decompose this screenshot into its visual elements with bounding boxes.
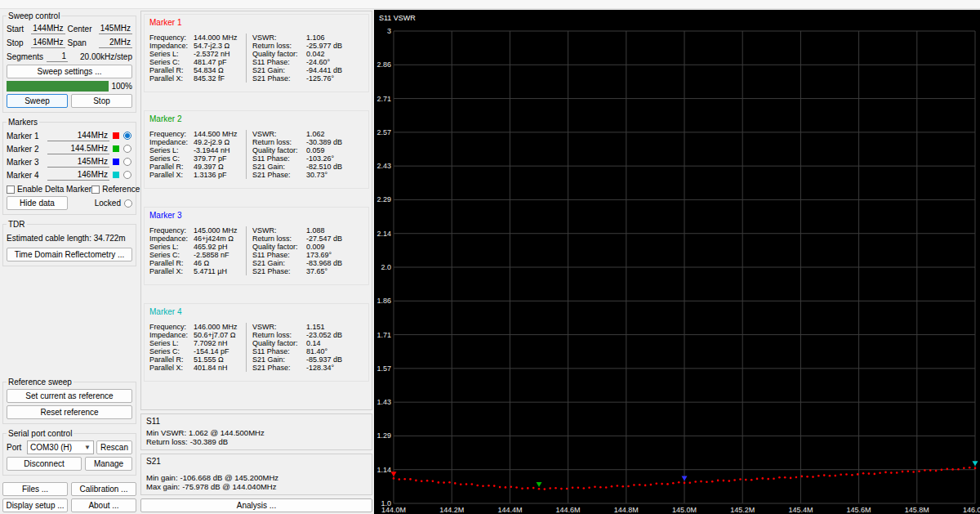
field-row: Parallel R:49.397 Ω: [149, 163, 246, 171]
field-label: Impedance:: [149, 235, 194, 243]
field-row: S21 Phase:-125.76°: [252, 74, 363, 83]
field-value: 51.555 Ω: [194, 355, 224, 364]
field-row: Impedance:46+j424m Ω: [149, 235, 246, 243]
rescan-button[interactable]: Rescan: [96, 440, 132, 454]
display-setup-button[interactable]: Display setup ...: [2, 498, 68, 512]
sweep-data-point: [947, 468, 949, 471]
span-frequency-input[interactable]: [99, 37, 133, 48]
sweep-data-point: [627, 485, 630, 488]
field-row: Parallel X:845.32 fF: [149, 74, 246, 83]
field-label: Return loss:: [252, 138, 306, 146]
field-row: S21 Gain:-94.441 dB: [252, 66, 363, 74]
sweep-data-point: [924, 469, 926, 472]
marker-detail-card: Marker 3Frequency:145.000 MHzImpedance:4…: [144, 207, 369, 285]
field-row: Frequency:146.000 MHz: [149, 323, 246, 331]
stop-label: Stop: [7, 38, 29, 47]
start-frequency-input[interactable]: [31, 23, 65, 34]
locked-radio-group[interactable]: Locked: [71, 199, 132, 208]
port-select[interactable]: COM30 (H) ▼: [27, 440, 94, 454]
marker-select-radio[interactable]: [123, 132, 131, 140]
port-label: Port: [7, 443, 24, 452]
field-value: 1.151: [306, 323, 325, 331]
sweep-button[interactable]: Sweep: [7, 94, 68, 108]
field-value: -128.34°: [306, 364, 334, 372]
stop-frequency-input[interactable]: [31, 37, 65, 48]
marker-select-radio[interactable]: [123, 145, 131, 153]
field-row: Series C:481.47 pF: [149, 58, 246, 66]
checkbox-icon[interactable]: [7, 185, 15, 194]
return-loss-row: Return loss:-30.389 dB: [146, 437, 367, 446]
manage-button[interactable]: Manage: [85, 457, 132, 471]
field-row: Impedance:50.6+j7.07 Ω: [149, 331, 246, 339]
sweep-settings-button[interactable]: Sweep settings ...: [7, 65, 132, 78]
reset-reference-button[interactable]: Reset reference: [7, 405, 132, 419]
marker-frequency-input[interactable]: [47, 156, 109, 168]
field-label: Quality factor:: [252, 243, 306, 251]
field-label: VSWR:: [252, 130, 306, 138]
y-tick-label: 1.0: [381, 499, 391, 507]
marker-row: Marker 3: [7, 155, 132, 168]
set-reference-button[interactable]: Set current as reference: [7, 389, 132, 403]
field-row: S21 Gain:-82.510 dB: [252, 163, 363, 171]
sweep-data-point: [773, 477, 775, 480]
marker-label: Marker 4: [7, 171, 44, 180]
calibration-button[interactable]: Calibration ...: [71, 482, 136, 496]
field-row: VSWR:1.062: [252, 130, 363, 138]
field-value: 46+j424m Ω: [194, 235, 234, 243]
marker-card-left-column: Frequency:144.000 MHzImpedance:54.7-j2.3…: [149, 34, 246, 83]
field-value: 5.4711 µH: [194, 267, 227, 275]
progress-percent-label: 100%: [111, 82, 132, 91]
marker-color-swatch: [113, 172, 119, 178]
serial-port-group: Serial port control Port COM30 (H) ▼ Res…: [2, 429, 136, 476]
field-row: VSWR:1.151: [252, 323, 363, 331]
sweep-data-point: [879, 472, 881, 474]
field-label: Parallel X:: [149, 171, 194, 179]
sweep-data-point: [812, 476, 814, 478]
sweep-data-point: [560, 488, 563, 490]
about-button[interactable]: About ...: [71, 498, 136, 512]
sweep-data-point: [666, 483, 669, 485]
marker-select-radio[interactable]: [123, 158, 131, 166]
progress-fill: [7, 81, 109, 92]
field-label: S11 Phase:: [252, 347, 306, 355]
chart-marker[interactable]: [537, 482, 542, 487]
disconnect-button[interactable]: Disconnect: [7, 457, 82, 471]
s11-vswr-chart[interactable]: 144.0M144.2M144.4M144.6M144.8M145.0M145.…: [374, 10, 980, 514]
enable-delta-marker-checkbox[interactable]: Enable Delta Marker: [7, 185, 91, 194]
marker-frequency-input[interactable]: [47, 130, 109, 141]
field-label: S11 Phase:: [252, 58, 306, 66]
locked-radio[interactable]: [124, 199, 132, 208]
y-tick-label: 2.71: [376, 95, 391, 103]
marker-frequency-input[interactable]: [47, 169, 109, 181]
sweep-data-point: [510, 486, 513, 489]
chart-marker[interactable]: [682, 476, 688, 481]
hide-data-button[interactable]: Hide data: [7, 196, 68, 210]
sweep-data-point: [432, 480, 434, 483]
files-button[interactable]: Files ...: [2, 482, 68, 496]
y-tick-label: 1.86: [376, 297, 391, 305]
sweep-data-point: [951, 468, 954, 471]
marker-label: Marker 1: [7, 132, 44, 141]
marker-color-swatch: [113, 132, 119, 139]
field-label: Frequency:: [149, 34, 194, 42]
chart-marker[interactable]: [973, 461, 978, 466]
analysis-button[interactable]: Analysis ...: [140, 498, 372, 512]
field-label: Series C:: [149, 58, 194, 66]
segments-label: Segments: [7, 52, 44, 61]
field-label: Series C:: [149, 154, 194, 163]
reference-checkbox[interactable]: Reference: [91, 185, 140, 194]
marker-card-right-column: VSWR:1.106Return loss:-25.977 dBQuality …: [247, 34, 363, 83]
sweep-data-point: [611, 485, 613, 488]
marker-select-radio[interactable]: [123, 171, 131, 179]
sweep-data-point: [890, 472, 893, 474]
field-value: 0.14: [306, 339, 321, 347]
field-label: Impedance:: [149, 42, 194, 50]
sweep-data-point: [784, 476, 786, 479]
marker-frequency-input[interactable]: [47, 143, 109, 154]
segments-input[interactable]: [47, 51, 68, 62]
stop-button[interactable]: Stop: [71, 94, 132, 108]
checkbox-icon[interactable]: [91, 185, 100, 194]
tdr-button[interactable]: Time Domain Reflectometry ...: [7, 248, 132, 261]
center-frequency-input[interactable]: [99, 23, 133, 34]
chart-marker[interactable]: [391, 472, 397, 476]
